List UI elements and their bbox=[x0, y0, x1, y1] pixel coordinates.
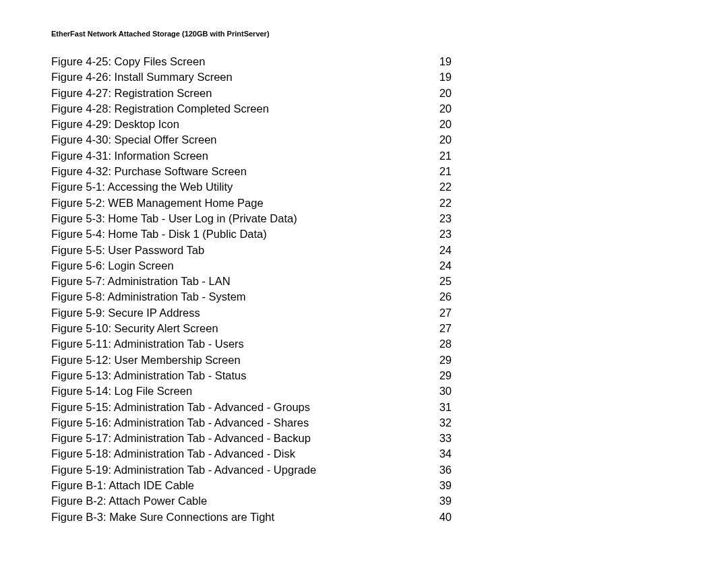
toc-row: Figure B-3: Make Sure Connections are Ti… bbox=[51, 509, 661, 525]
toc-row: Figure 4-29: Desktop Icon20 bbox=[51, 117, 661, 132]
document-page: EtherFast Network Attached Storage (120G… bbox=[0, 0, 728, 525]
toc-label: Figure B-1: Attach IDE Cable bbox=[51, 478, 194, 493]
toc-row: Figure 5-15: Administration Tab - Advanc… bbox=[51, 400, 661, 415]
toc-page-number: 22 bbox=[431, 179, 661, 195]
toc-row: Figure B-1: Attach IDE Cable39 bbox=[51, 478, 661, 493]
toc-page-number: 19 bbox=[431, 54, 661, 69]
toc-page-number: 24 bbox=[431, 243, 661, 258]
toc-page-number: 24 bbox=[431, 258, 661, 274]
table-of-contents: Figure 4-25: Copy Files Screen19Figure 4… bbox=[51, 54, 661, 525]
toc-page-number: 28 bbox=[431, 336, 661, 352]
toc-page-number: 26 bbox=[431, 289, 661, 305]
toc-page-number: 29 bbox=[431, 352, 661, 368]
toc-row: Figure 4-25: Copy Files Screen19 bbox=[51, 54, 661, 69]
toc-page-number: 30 bbox=[431, 383, 661, 399]
toc-page-number: 20 bbox=[431, 86, 661, 101]
toc-page-number: 19 bbox=[431, 69, 661, 85]
toc-row: Figure 5-7: Administration Tab - LAN25 bbox=[51, 274, 661, 289]
toc-label: Figure 5-6: Login Screen bbox=[51, 258, 174, 274]
toc-label: Figure 5-12: User Membership Screen bbox=[51, 352, 241, 368]
toc-page-number: 34 bbox=[431, 446, 661, 462]
toc-page-number: 25 bbox=[431, 274, 661, 289]
toc-label: Figure 5-9: Secure IP Address bbox=[51, 305, 200, 321]
toc-row: Figure 5-2: WEB Management Home Page22 bbox=[51, 195, 661, 211]
toc-row: Figure 4-31: Information Screen21 bbox=[51, 148, 661, 164]
toc-label: Figure 5-17: Administration Tab - Advanc… bbox=[51, 431, 311, 446]
toc-label: Figure 5-10: Security Alert Screen bbox=[51, 321, 218, 336]
toc-page-number: 29 bbox=[431, 368, 661, 383]
toc-row: Figure 5-18: Administration Tab - Advanc… bbox=[51, 446, 661, 462]
toc-page-number: 20 bbox=[431, 132, 661, 148]
page-header: EtherFast Network Attached Storage (120G… bbox=[51, 30, 661, 38]
toc-row: Figure 5-1: Accessing the Web Utility22 bbox=[51, 179, 661, 195]
toc-label: Figure 4-27: Registration Screen bbox=[51, 86, 212, 101]
toc-row: Figure 4-26: Install Summary Screen19 bbox=[51, 69, 661, 85]
toc-page-number: 27 bbox=[431, 305, 661, 321]
toc-label: Figure 5-8: Administration Tab - System bbox=[51, 289, 246, 305]
toc-row: Figure 5-11: Administration Tab - Users2… bbox=[51, 336, 661, 352]
toc-row: Figure B-2: Attach Power Cable39 bbox=[51, 493, 661, 509]
toc-page-number: 31 bbox=[431, 400, 661, 415]
toc-label: Figure 5-14: Log File Screen bbox=[51, 383, 192, 399]
toc-label: Figure 4-31: Information Screen bbox=[51, 148, 208, 164]
toc-page-number: 20 bbox=[431, 101, 661, 117]
toc-label: Figure 5-19: Administration Tab - Advanc… bbox=[51, 462, 316, 478]
toc-label: Figure B-3: Make Sure Connections are Ti… bbox=[51, 509, 274, 525]
toc-row: Figure 4-30: Special Offer Screen20 bbox=[51, 132, 661, 148]
toc-row: Figure 5-5: User Password Tab24 bbox=[51, 243, 661, 258]
toc-page-number: 32 bbox=[431, 415, 661, 431]
toc-label: Figure 5-1: Accessing the Web Utility bbox=[51, 179, 233, 195]
toc-page-number: 39 bbox=[431, 493, 661, 509]
toc-label: Figure 5-16: Administration Tab - Advanc… bbox=[51, 415, 309, 431]
toc-label: Figure 5-11: Administration Tab - Users bbox=[51, 336, 244, 352]
toc-label: Figure 5-15: Administration Tab - Advanc… bbox=[51, 400, 310, 415]
toc-label: Figure 4-26: Install Summary Screen bbox=[51, 69, 233, 85]
toc-label: Figure 4-32: Purchase Software Screen bbox=[51, 164, 247, 179]
toc-label: Figure 5-18: Administration Tab - Advanc… bbox=[51, 446, 295, 462]
toc-row: Figure 5-10: Security Alert Screen27 bbox=[51, 321, 661, 336]
toc-label: Figure 5-13: Administration Tab - Status bbox=[51, 368, 247, 383]
toc-row: Figure 5-6: Login Screen24 bbox=[51, 258, 661, 274]
toc-label: Figure 5-5: User Password Tab bbox=[51, 243, 204, 258]
toc-row: Figure 5-12: User Membership Screen29 bbox=[51, 352, 661, 368]
toc-row: Figure 5-14: Log File Screen30 bbox=[51, 383, 661, 399]
toc-page-number: 39 bbox=[431, 478, 661, 493]
toc-row: Figure 5-3: Home Tab - User Log in (Priv… bbox=[51, 211, 661, 226]
toc-label: Figure 4-25: Copy Files Screen bbox=[51, 54, 205, 69]
toc-row: Figure 5-17: Administration Tab - Advanc… bbox=[51, 431, 661, 446]
toc-page-number: 27 bbox=[431, 321, 661, 336]
toc-label: Figure B-2: Attach Power Cable bbox=[51, 493, 207, 509]
toc-row: Figure 4-28: Registration Completed Scre… bbox=[51, 101, 661, 117]
toc-row: Figure 5-16: Administration Tab - Advanc… bbox=[51, 415, 661, 431]
toc-page-number: 22 bbox=[431, 195, 661, 211]
toc-row: Figure 5-13: Administration Tab - Status… bbox=[51, 368, 661, 383]
toc-page-number: 36 bbox=[431, 462, 661, 478]
toc-page-number: 40 bbox=[431, 509, 661, 525]
toc-page-number: 23 bbox=[431, 211, 661, 226]
toc-row: Figure 5-4: Home Tab - Disk 1 (Public Da… bbox=[51, 226, 661, 242]
toc-row: Figure 5-8: Administration Tab - System2… bbox=[51, 289, 661, 305]
toc-label: Figure 4-29: Desktop Icon bbox=[51, 117, 179, 132]
toc-page-number: 21 bbox=[431, 148, 661, 164]
toc-label: Figure 5-3: Home Tab - User Log in (Priv… bbox=[51, 211, 297, 226]
toc-row: Figure 5-9: Secure IP Address27 bbox=[51, 305, 661, 321]
toc-page-number: 20 bbox=[431, 117, 661, 132]
toc-label: Figure 5-2: WEB Management Home Page bbox=[51, 195, 264, 211]
toc-row: Figure 5-19: Administration Tab - Advanc… bbox=[51, 462, 661, 478]
toc-page-number: 33 bbox=[431, 431, 661, 446]
toc-page-number: 23 bbox=[431, 226, 661, 242]
toc-row: Figure 4-32: Purchase Software Screen21 bbox=[51, 164, 661, 179]
toc-row: Figure 4-27: Registration Screen20 bbox=[51, 86, 661, 101]
toc-label: Figure 4-30: Special Offer Screen bbox=[51, 132, 217, 148]
toc-label: Figure 5-7: Administration Tab - LAN bbox=[51, 274, 231, 289]
toc-page-number: 21 bbox=[431, 164, 661, 179]
toc-label: Figure 5-4: Home Tab - Disk 1 (Public Da… bbox=[51, 226, 267, 242]
toc-label: Figure 4-28: Registration Completed Scre… bbox=[51, 101, 269, 117]
